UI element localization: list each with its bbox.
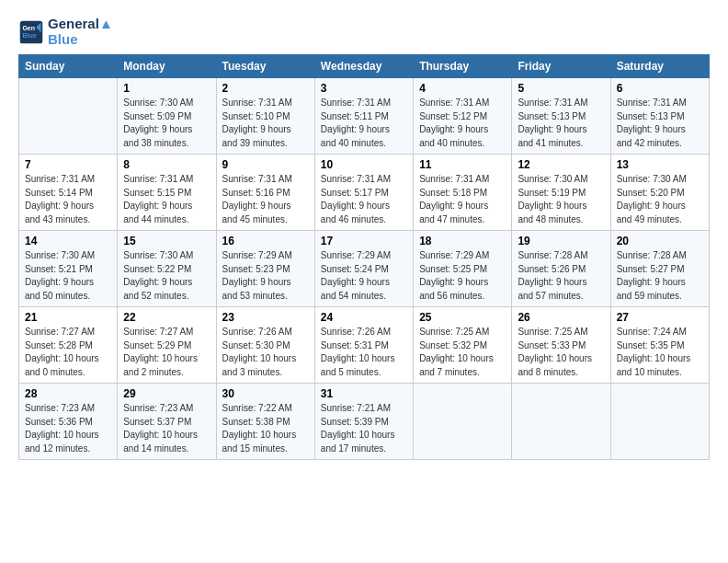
day-info: Sunrise: 7:26 AM Sunset: 5:31 PM Dayligh… [321,326,407,379]
col-header-monday: Monday [118,55,216,78]
calendar-cell [19,78,118,155]
calendar-cell: 8Sunrise: 7:31 AM Sunset: 5:15 PM Daylig… [118,155,216,231]
day-info: Sunrise: 7:31 AM Sunset: 5:17 PM Dayligh… [321,173,407,226]
day-info: Sunrise: 7:30 AM Sunset: 5:20 PM Dayligh… [617,173,703,226]
day-number: 29 [123,387,210,400]
day-info: Sunrise: 7:31 AM Sunset: 5:11 PM Dayligh… [321,97,407,150]
calendar-cell: 3Sunrise: 7:31 AM Sunset: 5:11 PM Daylig… [314,78,413,155]
day-info: Sunrise: 7:23 AM Sunset: 5:37 PM Dayligh… [123,402,210,455]
day-info: Sunrise: 7:31 AM Sunset: 5:15 PM Dayligh… [123,173,210,226]
day-info: Sunrise: 7:31 AM Sunset: 5:16 PM Dayligh… [222,173,309,226]
calendar-cell: 22Sunrise: 7:27 AM Sunset: 5:29 PM Dayli… [118,307,216,384]
day-number: 13 [617,158,703,171]
calendar-cell: 20Sunrise: 7:28 AM Sunset: 5:27 PM Dayli… [610,231,709,307]
day-number: 30 [222,387,309,400]
day-info: Sunrise: 7:31 AM Sunset: 5:13 PM Dayligh… [617,97,703,150]
header: Gen Blue General▲ Blue [18,17,710,47]
calendar-cell: 30Sunrise: 7:22 AM Sunset: 5:38 PM Dayli… [216,384,314,460]
day-info: Sunrise: 7:29 AM Sunset: 5:25 PM Dayligh… [419,249,506,303]
calendar-cell: 27Sunrise: 7:24 AM Sunset: 5:35 PM Dayli… [610,307,709,384]
calendar-cell: 17Sunrise: 7:29 AM Sunset: 5:24 PM Dayli… [314,231,413,307]
calendar-cell: 6Sunrise: 7:31 AM Sunset: 5:13 PM Daylig… [610,78,709,155]
calendar-cell: 26Sunrise: 7:25 AM Sunset: 5:33 PM Dayli… [512,307,610,384]
day-number: 2 [222,82,309,95]
day-info: Sunrise: 7:30 AM Sunset: 5:22 PM Dayligh… [123,249,210,303]
day-number: 1 [123,82,210,95]
col-header-friday: Friday [512,55,610,78]
col-header-sunday: Sunday [19,55,118,78]
day-number: 31 [321,387,407,400]
day-info: Sunrise: 7:29 AM Sunset: 5:23 PM Dayligh… [222,249,309,303]
logo-icon: Gen Blue [18,19,44,45]
day-info: Sunrise: 7:31 AM Sunset: 5:18 PM Dayligh… [419,173,506,226]
day-number: 3 [321,82,407,95]
day-info: Sunrise: 7:31 AM Sunset: 5:13 PM Dayligh… [518,97,604,150]
day-number: 15 [123,235,210,247]
day-number: 21 [25,311,111,324]
day-info: Sunrise: 7:28 AM Sunset: 5:27 PM Dayligh… [617,249,703,303]
col-header-tuesday: Tuesday [216,55,314,78]
day-number: 20 [617,235,703,247]
week-row-1: 1Sunrise: 7:30 AM Sunset: 5:09 PM Daylig… [19,78,710,155]
calendar-cell: 9Sunrise: 7:31 AM Sunset: 5:16 PM Daylig… [216,155,314,231]
day-number: 26 [518,311,604,324]
header-row: SundayMondayTuesdayWednesdayThursdayFrid… [19,55,710,78]
col-header-saturday: Saturday [610,55,709,78]
day-info: Sunrise: 7:30 AM Sunset: 5:09 PM Dayligh… [123,97,210,150]
logo-text: General▲ Blue [48,17,113,47]
day-info: Sunrise: 7:25 AM Sunset: 5:33 PM Dayligh… [518,326,604,379]
day-number: 4 [419,82,506,95]
day-info: Sunrise: 7:26 AM Sunset: 5:30 PM Dayligh… [222,326,309,379]
day-number: 14 [25,235,111,247]
calendar-cell: 10Sunrise: 7:31 AM Sunset: 5:17 PM Dayli… [314,155,413,231]
calendar-cell: 1Sunrise: 7:30 AM Sunset: 5:09 PM Daylig… [118,78,216,155]
week-row-2: 7Sunrise: 7:31 AM Sunset: 5:14 PM Daylig… [19,155,710,231]
calendar-cell: 16Sunrise: 7:29 AM Sunset: 5:23 PM Dayli… [216,231,314,307]
day-info: Sunrise: 7:28 AM Sunset: 5:26 PM Dayligh… [518,249,604,303]
day-number: 19 [518,235,604,247]
calendar-cell: 21Sunrise: 7:27 AM Sunset: 5:28 PM Dayli… [19,307,118,384]
day-info: Sunrise: 7:23 AM Sunset: 5:36 PM Dayligh… [25,402,111,455]
calendar-cell: 4Sunrise: 7:31 AM Sunset: 5:12 PM Daylig… [414,78,512,155]
day-number: 11 [419,158,506,171]
logo: Gen Blue General▲ Blue [18,17,113,47]
calendar-cell: 28Sunrise: 7:23 AM Sunset: 5:36 PM Dayli… [19,384,118,460]
calendar-cell: 24Sunrise: 7:26 AM Sunset: 5:31 PM Dayli… [314,307,413,384]
day-info: Sunrise: 7:31 AM Sunset: 5:10 PM Dayligh… [222,97,309,150]
calendar-cell: 13Sunrise: 7:30 AM Sunset: 5:20 PM Dayli… [610,155,709,231]
day-info: Sunrise: 7:25 AM Sunset: 5:32 PM Dayligh… [419,326,506,379]
day-info: Sunrise: 7:30 AM Sunset: 5:19 PM Dayligh… [518,173,604,226]
day-info: Sunrise: 7:27 AM Sunset: 5:29 PM Dayligh… [123,326,210,379]
day-number: 7 [25,158,111,171]
calendar-cell: 29Sunrise: 7:23 AM Sunset: 5:37 PM Dayli… [118,384,216,460]
svg-text:Gen: Gen [22,25,35,31]
week-row-3: 14Sunrise: 7:30 AM Sunset: 5:21 PM Dayli… [19,231,710,307]
calendar-cell: 12Sunrise: 7:30 AM Sunset: 5:19 PM Dayli… [512,155,610,231]
calendar-cell [512,384,610,460]
day-info: Sunrise: 7:22 AM Sunset: 5:38 PM Dayligh… [222,402,309,455]
day-number: 10 [321,158,407,171]
day-info: Sunrise: 7:29 AM Sunset: 5:24 PM Dayligh… [321,249,407,303]
calendar-cell: 11Sunrise: 7:31 AM Sunset: 5:18 PM Dayli… [414,155,512,231]
svg-text:Blue: Blue [22,32,36,39]
day-info: Sunrise: 7:21 AM Sunset: 5:39 PM Dayligh… [321,402,407,455]
day-number: 16 [222,235,309,247]
day-info: Sunrise: 7:27 AM Sunset: 5:28 PM Dayligh… [25,326,111,379]
day-number: 25 [419,311,506,324]
calendar-cell: 5Sunrise: 7:31 AM Sunset: 5:13 PM Daylig… [512,78,610,155]
day-number: 8 [123,158,210,171]
week-row-5: 28Sunrise: 7:23 AM Sunset: 5:36 PM Dayli… [19,384,710,460]
calendar-cell: 18Sunrise: 7:29 AM Sunset: 5:25 PM Dayli… [414,231,512,307]
day-info: Sunrise: 7:31 AM Sunset: 5:14 PM Dayligh… [25,173,111,226]
day-number: 22 [123,311,210,324]
calendar-cell [414,384,512,460]
day-number: 12 [518,158,604,171]
calendar-cell: 7Sunrise: 7:31 AM Sunset: 5:14 PM Daylig… [19,155,118,231]
calendar-cell: 2Sunrise: 7:31 AM Sunset: 5:10 PM Daylig… [216,78,314,155]
day-number: 5 [518,82,604,95]
calendar-cell: 14Sunrise: 7:30 AM Sunset: 5:21 PM Dayli… [19,231,118,307]
day-info: Sunrise: 7:30 AM Sunset: 5:21 PM Dayligh… [25,249,111,303]
calendar-cell: 25Sunrise: 7:25 AM Sunset: 5:32 PM Dayli… [414,307,512,384]
col-header-thursday: Thursday [414,55,512,78]
col-header-wednesday: Wednesday [314,55,413,78]
